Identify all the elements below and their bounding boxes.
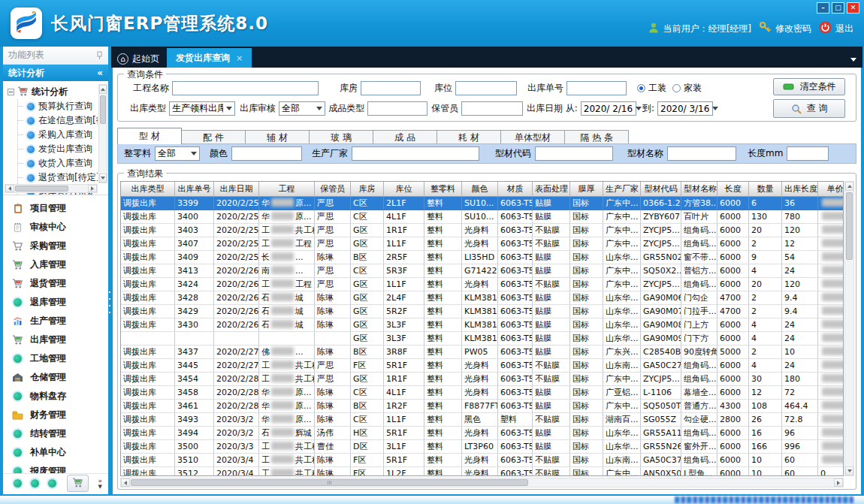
warehouse-input[interactable] bbox=[361, 81, 421, 95]
pin-icon[interactable] bbox=[96, 51, 103, 60]
material-tab-配件[interactable]: 配 件 bbox=[181, 130, 246, 144]
tab-shipping-query[interactable]: 发货出库查询 × bbox=[167, 48, 252, 68]
column-header[interactable]: 出库长度 bbox=[782, 182, 818, 197]
collapsed-module-icon[interactable] bbox=[14, 479, 22, 487]
profile-code-input[interactable] bbox=[535, 146, 613, 161]
stat-group-header[interactable]: 统计分析 « bbox=[3, 65, 108, 81]
sidebar-item-工地管理[interactable]: 工地管理 bbox=[3, 349, 108, 368]
sidebar-item-仓储管理[interactable]: 仓储管理 bbox=[3, 368, 108, 387]
more-modules-button[interactable]: » ▼ bbox=[98, 478, 102, 490]
date-from-picker[interactable]: 2020/ 2/16 bbox=[581, 101, 636, 116]
collapsed-module-icon[interactable] bbox=[48, 479, 56, 487]
whole-part-select[interactable]: 全部 bbox=[155, 146, 200, 161]
sidebar-item-出库管理[interactable]: 出库管理 bbox=[3, 330, 108, 349]
grid-scroll-thumb[interactable] bbox=[846, 192, 853, 260]
audit-select[interactable]: 全部 bbox=[279, 101, 325, 116]
out-type-select[interactable]: 生产领料出库 bbox=[169, 101, 235, 116]
table-row[interactable]: 调拨出库33992020/2/25华原...严思C区2L1F整料SU10...6… bbox=[121, 197, 844, 210]
column-header[interactable]: 出库类型 bbox=[121, 182, 175, 197]
scroll-right-icon[interactable] bbox=[88, 185, 97, 192]
sidebar-item-补单中心[interactable]: 补单中心 bbox=[3, 443, 108, 462]
table-row[interactable]: 调拨出库35002020/3/3工共工程曹佳D区3L1F整料LT3P606063… bbox=[121, 440, 844, 454]
column-header[interactable]: 材质 bbox=[498, 182, 533, 197]
tree-hscroll-thumb[interactable] bbox=[15, 186, 68, 192]
tab-home[interactable]: ⌂ 起始页 bbox=[111, 50, 167, 68]
scroll-left-icon[interactable] bbox=[121, 478, 130, 487]
tree-item[interactable]: 收货入库查询 bbox=[18, 156, 98, 171]
manufacturer-input[interactable] bbox=[352, 146, 479, 161]
tree-expander-icon[interactable] bbox=[8, 89, 14, 95]
table-row[interactable]: 调拨出库34302020/2/26石城陈琳G区3L3F整料KLM38176063… bbox=[121, 318, 844, 332]
profile-name-input[interactable] bbox=[667, 146, 736, 161]
column-header[interactable]: 型材名称 bbox=[681, 182, 717, 197]
sidebar-item-报废管理[interactable]: 报废管理 bbox=[3, 462, 108, 473]
table-row[interactable]: G区3L3F整料KLM38176063-T5贴膜国标山东华...GA90M09.… bbox=[121, 332, 844, 346]
sidebar-item-物料盘存[interactable]: 物料盘存 bbox=[3, 387, 108, 406]
sidebar-item-结转管理[interactable]: 结转管理 bbox=[3, 424, 108, 443]
material-tab-辅材[interactable]: 辅 材 bbox=[245, 130, 310, 144]
sidebar-item-项目管理[interactable]: 项目管理 bbox=[3, 199, 108, 218]
tree-vertical-scrollbar[interactable] bbox=[98, 84, 107, 183]
material-tab-玻璃[interactable]: 玻 璃 bbox=[309, 130, 373, 144]
column-header[interactable]: 长度 bbox=[717, 182, 749, 197]
grid-hscroll-thumb[interactable] bbox=[131, 479, 528, 486]
table-row[interactable]: 调拨出库34242020/2/26工工程严思G区1L1F整料光身料6063-T5… bbox=[121, 278, 844, 291]
date-to-picker[interactable]: 2020/ 3/16 bbox=[657, 101, 713, 116]
radio-home-decor[interactable] bbox=[672, 84, 681, 92]
column-header[interactable]: 库位 bbox=[384, 182, 424, 197]
sidebar-item-退库管理[interactable]: 退库管理 bbox=[3, 293, 108, 312]
table-row[interactable]: 调拨出库34452020/2/27工共工程严思F区5R1F整料光身料6063-T… bbox=[121, 359, 844, 373]
column-header[interactable]: 保管员 bbox=[315, 182, 351, 197]
project-name-input[interactable] bbox=[172, 81, 319, 95]
tree-horizontal-scrollbar[interactable] bbox=[5, 184, 98, 193]
location-input[interactable] bbox=[455, 81, 517, 95]
change-password-button[interactable]: 修改密码 bbox=[759, 21, 811, 36]
table-row[interactable]: 调拨出库34032020/2/25工共工程严思G区1R1F整料光身料6063-T… bbox=[121, 224, 844, 237]
column-header[interactable]: 型材代码 bbox=[641, 182, 681, 197]
sidebar-item-生产管理[interactable]: 生产管理 bbox=[3, 312, 108, 330]
table-row[interactable]: 调拨出库34932020/3/2华原...陈琳C区1L1F整料黑色塑料不贴膜国标… bbox=[121, 413, 844, 427]
material-tab-耗材[interactable]: 耗 材 bbox=[437, 130, 501, 144]
collapsed-module-icon[interactable] bbox=[31, 479, 39, 487]
table-row[interactable]: 调拨出库34092020/2/25长...陈琳B区2R5F整料LI35HD606… bbox=[121, 251, 844, 264]
table-row[interactable]: 调拨出库34132020/2/26南...严思C区5R3F整料G71422606… bbox=[121, 264, 844, 278]
material-tab-单体型材[interactable]: 单体型材 bbox=[500, 130, 565, 144]
column-header[interactable]: 膜厚 bbox=[570, 182, 603, 197]
grid-vertical-scrollbar[interactable] bbox=[844, 181, 854, 476]
table-row[interactable]: 调拨出库34372020/2/27佛...陈琳B区3R8F整料PW056063-… bbox=[121, 346, 844, 359]
splitter-handle[interactable] bbox=[109, 291, 110, 317]
column-header[interactable]: 整零料 bbox=[424, 182, 462, 197]
table-row[interactable]: 调拨出库35122020/3/4工共工程陈琳F区1L2F整料光身料6063-T5… bbox=[121, 467, 844, 476]
table-row[interactable]: 调拨出库34002020/2/25华原...严思C区4L1F整料SU10...6… bbox=[121, 210, 844, 224]
collapse-icon[interactable]: « bbox=[97, 68, 103, 78]
maximize-button[interactable]: □ bbox=[832, 2, 844, 14]
tree-root[interactable]: 统计分析 bbox=[8, 85, 98, 99]
table-row[interactable]: 调拨出库34292020/2/26石城陈琳G区5R2F整料KLM38176063… bbox=[121, 305, 844, 318]
tree-item[interactable]: 采购入库查询 bbox=[18, 128, 98, 142]
product-type-input[interactable] bbox=[367, 101, 427, 116]
length-input[interactable] bbox=[787, 146, 829, 161]
tree-item[interactable]: 在途信息查询[待 bbox=[18, 113, 98, 128]
sidebar-item-财务管理[interactable]: 财务管理 bbox=[3, 406, 108, 424]
table-row[interactable]: 调拨出库34942020/3/2石辉城汤伟H区5R1F整料光身料6063-T5贴… bbox=[121, 427, 844, 440]
column-header[interactable]: 颜色 bbox=[462, 182, 498, 197]
grid-horizontal-scrollbar[interactable] bbox=[120, 478, 844, 487]
minimize-button[interactable]: – bbox=[817, 2, 829, 14]
scroll-left-icon[interactable] bbox=[5, 185, 14, 192]
scroll-up-icon[interactable] bbox=[845, 182, 853, 191]
column-header[interactable]: 库房 bbox=[351, 182, 384, 197]
sidebar-item-采购管理[interactable]: 采购管理 bbox=[3, 237, 108, 255]
table-row[interactable]: 调拨出库34282020/2/26石城陈琳G区2L4F整料KLM38176063… bbox=[121, 291, 844, 305]
column-header[interactable]: 生产厂家 bbox=[603, 182, 641, 197]
order-no-input[interactable] bbox=[566, 81, 627, 95]
scroll-down-icon[interactable] bbox=[99, 174, 107, 183]
column-header[interactable]: 工程 bbox=[259, 182, 315, 197]
tree-scroll-thumb[interactable] bbox=[100, 95, 106, 124]
scroll-up-icon[interactable] bbox=[99, 85, 107, 94]
material-tab-成品[interactable]: 成 品 bbox=[373, 130, 437, 144]
scroll-right-icon[interactable] bbox=[834, 478, 843, 487]
column-header[interactable]: 单价 bbox=[818, 182, 844, 197]
scroll-down-icon[interactable] bbox=[845, 466, 853, 475]
sidebar-item-退货管理[interactable]: 退货管理 bbox=[3, 274, 108, 293]
column-header[interactable]: 数量 bbox=[749, 182, 782, 197]
